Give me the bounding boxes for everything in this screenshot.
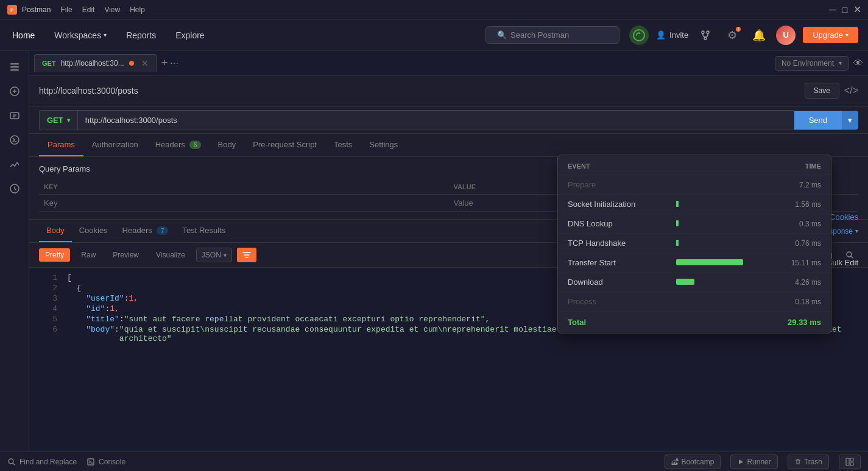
resp-tab-testresults[interactable]: Test Results (175, 220, 233, 242)
fork-icon[interactable] (696, 26, 715, 45)
request-tab[interactable]: GET http://localhost:30... ✕ (34, 54, 157, 72)
menu-file[interactable]: File (60, 5, 72, 14)
bootcamp-button[interactable]: 🏕 Bootcamp (665, 455, 721, 469)
timing-row-transfer: Transfer Start 15.11 ms (558, 253, 831, 273)
send-dropdown-button[interactable]: ▾ (842, 111, 858, 130)
avatar[interactable]: U (776, 26, 796, 45)
code-icon[interactable]: </> (844, 85, 858, 96)
tab-tests[interactable]: Tests (325, 134, 361, 156)
nav-reports[interactable]: Reports (124, 26, 158, 45)
maximize-button[interactable]: □ (841, 6, 849, 13)
format-pretty[interactable]: Pretty (39, 248, 70, 262)
sidebar-apis-icon[interactable] (4, 80, 26, 102)
timing-row-dns: DNS Lookup 0.3 ms (558, 214, 831, 234)
sidebar-monitors-icon[interactable] (4, 153, 26, 175)
nav-home[interactable]: Home (10, 26, 37, 45)
cookies-label[interactable]: Cookies (830, 212, 858, 222)
timing-popup: EVENT TIME Prepare 7.2 ms Socket Initial… (557, 155, 831, 333)
new-tab-button[interactable]: + (161, 57, 168, 69)
sidebar-icons (0, 51, 29, 452)
timing-bar-prepare (676, 181, 774, 189)
sync-icon[interactable] (629, 26, 649, 45)
sidebar-history-icon[interactable] (4, 178, 26, 200)
timing-header: EVENT TIME (558, 155, 831, 175)
tab-params[interactable]: Params (39, 134, 83, 156)
lang-chevron-icon: ▾ (224, 252, 227, 259)
search-box[interactable]: 🔍 Search Postman (485, 26, 619, 44)
url-input[interactable] (77, 110, 794, 130)
nav-workspaces[interactable]: Workspaces ▾ (52, 26, 109, 45)
nav-explore[interactable]: Explore (173, 26, 206, 45)
find-replace-button[interactable]: Find and Replace (7, 458, 77, 466)
more-tabs-button[interactable]: ⋯ (170, 58, 178, 68)
tab-body[interactable]: Body (210, 134, 245, 156)
tab-authorization[interactable]: Authorization (83, 134, 147, 156)
format-preview[interactable]: Preview (107, 248, 145, 262)
sidebar-collections-icon[interactable] (4, 56, 26, 78)
format-visualize[interactable]: Visualize (150, 248, 191, 262)
timing-row-process: Process 0.18 ms (558, 292, 831, 312)
key-input[interactable] (44, 198, 444, 208)
workspaces-chevron-icon: ▾ (104, 32, 107, 38)
svg-marker-3 (639, 32, 641, 34)
tab-headers[interactable]: Headers 6 (147, 134, 210, 156)
env-selector[interactable]: No Environment ▾ (775, 56, 849, 71)
menu-view[interactable]: View (104, 5, 120, 14)
settings-icon[interactable]: ⚙ ! (722, 26, 742, 45)
layout-button[interactable] (839, 455, 861, 469)
svg-rect-19 (846, 458, 849, 466)
format-raw[interactable]: Raw (75, 248, 102, 262)
upgrade-button[interactable]: Upgrade ▾ (803, 27, 858, 43)
invite-button[interactable]: 👤 Invite (656, 30, 688, 40)
resp-tab-headers[interactable]: Headers 7 (115, 220, 175, 242)
request-area: GET ▾ Send ▾ (29, 106, 868, 134)
console-button[interactable]: Console (86, 458, 125, 466)
upgrade-chevron-icon: ▾ (845, 32, 849, 38)
timing-bar-socket (676, 201, 774, 208)
filter-button[interactable] (237, 248, 256, 262)
timing-row-prepare: Prepare 7.2 ms (558, 175, 831, 195)
content-area: GET http://localhost:30... ✕ + ⋯ No Envi… (29, 51, 868, 452)
invite-icon: 👤 (656, 30, 666, 40)
tab-right: No Environment ▾ 👁 (775, 56, 863, 71)
svg-rect-8 (10, 66, 19, 68)
bottom-right: 🏕 Bootcamp Runner Trash (665, 455, 861, 469)
tab-close-button[interactable]: ✕ (141, 58, 149, 68)
timing-bar-download (676, 279, 774, 286)
bulk-edit-label[interactable]: Bulk Edit (827, 258, 858, 267)
timing-bar-transfer (676, 259, 774, 267)
method-url-row: GET ▾ Send ▾ (39, 106, 858, 133)
resp-headers-badge: 7 (157, 226, 168, 235)
runner-button[interactable]: Runner (730, 455, 777, 469)
menu-bar: File Edit View Help (60, 5, 829, 14)
send-button[interactable]: Send (794, 111, 842, 130)
tab-prerequest[interactable]: Pre-request Script (244, 134, 325, 156)
search-placeholder: Search Postman (510, 30, 569, 40)
sidebar-environments-icon[interactable] (4, 105, 26, 127)
menu-edit[interactable]: Edit (82, 5, 95, 14)
close-button[interactable]: ✕ (853, 6, 861, 13)
svg-point-5 (707, 31, 709, 33)
url-bar-container: http://localhost:3000/posts Save </> (29, 75, 868, 106)
sidebar-mock-icon[interactable] (4, 129, 26, 151)
minimize-button[interactable]: ─ (829, 6, 836, 13)
env-label: No Environment (782, 59, 834, 68)
menu-help[interactable]: Help (130, 5, 145, 14)
resp-tab-body[interactable]: Body (39, 220, 72, 242)
tab-settings[interactable]: Settings (361, 134, 406, 156)
env-eye-icon[interactable]: 👁 (853, 58, 863, 69)
lang-selector[interactable]: JSON ▾ (196, 248, 232, 262)
svg-rect-9 (10, 69, 19, 71)
svg-rect-7 (10, 63, 19, 65)
timing-time-header: TIME (805, 162, 821, 170)
trash-button[interactable]: Trash (788, 455, 829, 469)
title-bar: P Postman File Edit View Help ─ □ ✕ (0, 0, 868, 19)
method-select[interactable]: GET ▾ (39, 110, 77, 130)
search-icon: 🔍 (497, 30, 507, 40)
window-controls: ─ □ ✕ (829, 6, 861, 13)
timing-row-tcp: TCP Handshake 0.76 ms (558, 234, 831, 253)
resp-tab-cookies[interactable]: Cookies (72, 220, 115, 242)
svg-text:P: P (10, 7, 14, 13)
save-button[interactable]: Save (805, 83, 839, 99)
notifications-icon[interactable]: 🔔 (749, 26, 769, 45)
